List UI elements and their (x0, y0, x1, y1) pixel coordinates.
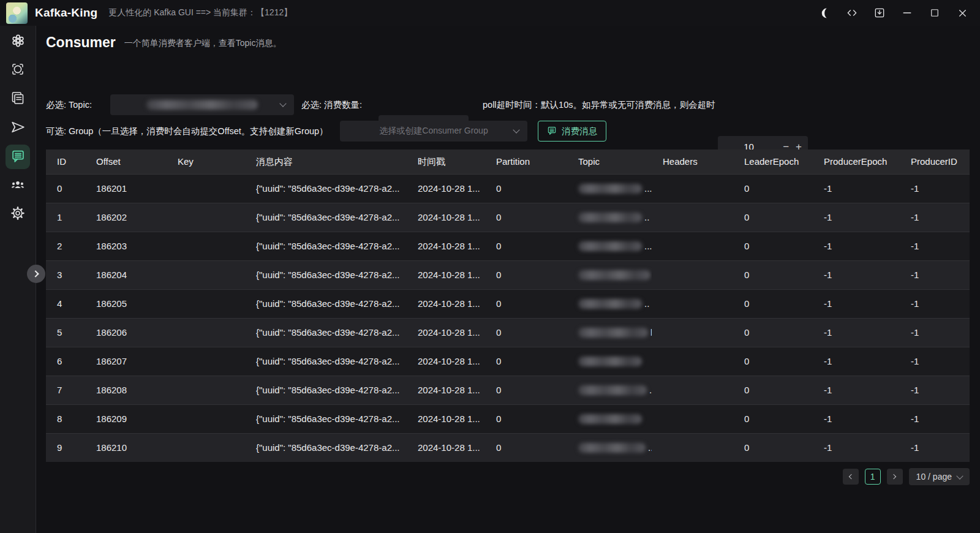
table-row[interactable]: 3 186204 {"uuid": "85d6a3ec-d39e-4278-a2… (46, 260, 970, 289)
table-row[interactable]: 7 186208 {"uuid": "85d6a3ec-d39e-4278-a2… (46, 376, 970, 404)
chevron-right-icon (32, 270, 39, 277)
table-row[interactable]: 8 186209 {"uuid": "85d6a3ec-d39e-4278-a2… (46, 404, 970, 433)
close-icon (957, 7, 968, 19)
install-icon (873, 7, 886, 19)
cell-message: {"uuid": "85d6a3ec-d39e-4278-a2... (245, 175, 407, 203)
sidebar-item-monitor[interactable] (6, 58, 30, 83)
topic-suffix: .. (644, 298, 649, 309)
table-row[interactable]: 4 186205 {"uuid": "85d6a3ec-d39e-4278-a2… (46, 289, 970, 318)
chevron-down-icon (513, 126, 519, 133)
cell-key (167, 290, 245, 318)
cell-partition: 0 (485, 290, 567, 318)
consume-messages-label: 消费消息 (562, 126, 597, 137)
cell-producer-epoch: -1 (813, 261, 900, 289)
sidebar-item-consumer[interactable] (6, 145, 30, 169)
column-header: ProducerEpoch (813, 149, 900, 174)
table-header: ID Offset Key 消息内容 时间戳 Partition Topic H… (46, 149, 970, 174)
redacted-topic (578, 414, 642, 424)
consumer-form-row1: 必选: Topic: 必选: 消费数量: 10 − + poll超时时间：默认1… (36, 94, 980, 116)
app-logo (6, 2, 28, 24)
cell-offset: 186210 (85, 434, 167, 462)
cell-id: 7 (46, 376, 85, 404)
cell-id: 9 (46, 434, 85, 462)
cell-leader-epoch: 0 (733, 290, 813, 318)
cell-key (167, 434, 245, 462)
redacted-topic (578, 213, 642, 222)
table-row[interactable]: 0 186201 {"uuid": "85d6a3ec-d39e-4278-a2… (46, 174, 970, 203)
column-header: Key (167, 149, 245, 174)
send-icon (10, 119, 26, 137)
cluster-icon (10, 33, 26, 51)
theme-toggle-button[interactable] (814, 2, 835, 23)
cell-key (167, 319, 245, 347)
current-page-button[interactable]: 1 (865, 469, 881, 485)
cell-partition: 0 (485, 347, 567, 376)
minimize-button[interactable] (897, 2, 918, 23)
consumer-group-placeholder: 选择或创建Consumer Group (379, 126, 488, 137)
consumer-form-row2: 可选: Group（一旦选择，消费时会自动提交Offset。支持创建新Group… (36, 121, 980, 143)
sidebar-item-settings[interactable] (6, 202, 30, 227)
chevron-down-icon (956, 472, 963, 479)
consume-messages-button[interactable]: 消费消息 (538, 121, 606, 142)
sidebar-item-groups[interactable] (6, 173, 30, 198)
topic-suffix: ... (644, 241, 652, 251)
cell-topic: ... (567, 175, 652, 203)
close-button[interactable] (952, 2, 973, 23)
sidebar-item-producer[interactable] (6, 116, 30, 140)
redacted-topic-value (146, 100, 258, 110)
cell-headers (652, 290, 733, 318)
cell-offset: 186203 (85, 232, 167, 260)
chevron-right-icon (891, 474, 896, 479)
redacted-topic (578, 299, 642, 309)
cell-producer-id: -1 (900, 261, 970, 289)
cell-producer-epoch: -1 (813, 175, 900, 203)
chevron-down-icon (279, 100, 286, 107)
table-row[interactable]: 1 186202 {"uuid": "85d6a3ec-d39e-4278-a2… (46, 203, 970, 232)
chat-icon (10, 148, 26, 166)
sidebar-expand-handle[interactable] (27, 265, 45, 283)
messages-table: ID Offset Key 消息内容 时间戳 Partition Topic H… (46, 149, 970, 462)
page-size-select[interactable]: 10 / page (909, 468, 970, 485)
column-header: 时间戳 (407, 149, 485, 174)
cell-key (167, 261, 245, 289)
redacted-topic (578, 357, 642, 366)
prev-page-button[interactable] (843, 469, 859, 485)
devtools-button[interactable] (842, 2, 862, 23)
topic-select[interactable] (110, 94, 294, 115)
consumer-group-select[interactable]: 选择或创建Consumer Group (340, 121, 527, 142)
cell-headers (652, 232, 733, 260)
cell-leader-epoch: 0 (733, 434, 813, 462)
cell-message: {"uuid": "85d6a3ec-d39e-4278-a2... (245, 319, 407, 347)
cell-key (167, 203, 245, 232)
page-title: Consumer (46, 34, 116, 51)
cell-headers (652, 175, 733, 203)
cell-producer-id: -1 (900, 203, 970, 232)
column-header: 消息内容 (245, 149, 407, 174)
sidebar-item-cluster[interactable] (6, 29, 30, 54)
maximize-button[interactable] (924, 2, 945, 23)
table-row[interactable]: 9 186210 {"uuid": "85d6a3ec-d39e-4278-a2… (46, 433, 970, 462)
cell-timestamp: 2024-10-28 1... (407, 405, 485, 433)
table-row[interactable]: 6 186207 {"uuid": "85d6a3ec-d39e-4278-a2… (46, 347, 970, 376)
table-row[interactable]: 5 186206 {"uuid": "85d6a3ec-d39e-4278-a2… (46, 318, 970, 347)
cell-partition: 0 (485, 405, 567, 433)
pagination: 1 10 / page (46, 468, 970, 485)
cell-headers (652, 376, 733, 404)
cell-topic: h... (567, 319, 652, 347)
update-button[interactable] (869, 2, 890, 23)
table-row[interactable]: 2 186203 {"uuid": "85d6a3ec-d39e-4278-a2… (46, 232, 970, 260)
maximize-icon (929, 7, 940, 18)
cell-headers (652, 434, 733, 462)
cell-headers (652, 261, 733, 289)
cell-timestamp: 2024-10-28 1... (407, 290, 485, 318)
cell-offset: 186201 (85, 175, 167, 203)
cell-offset: 186209 (85, 405, 167, 433)
cell-leader-epoch: 0 (733, 203, 813, 232)
next-page-button[interactable] (887, 469, 903, 485)
cell-topic (567, 347, 652, 376)
sidebar-item-topics[interactable] (6, 87, 30, 112)
app-title: Kafka-King (35, 6, 97, 20)
cell-key (167, 347, 245, 376)
redacted-topic (578, 184, 642, 194)
cell-timestamp: 2024-10-28 1... (407, 261, 485, 289)
